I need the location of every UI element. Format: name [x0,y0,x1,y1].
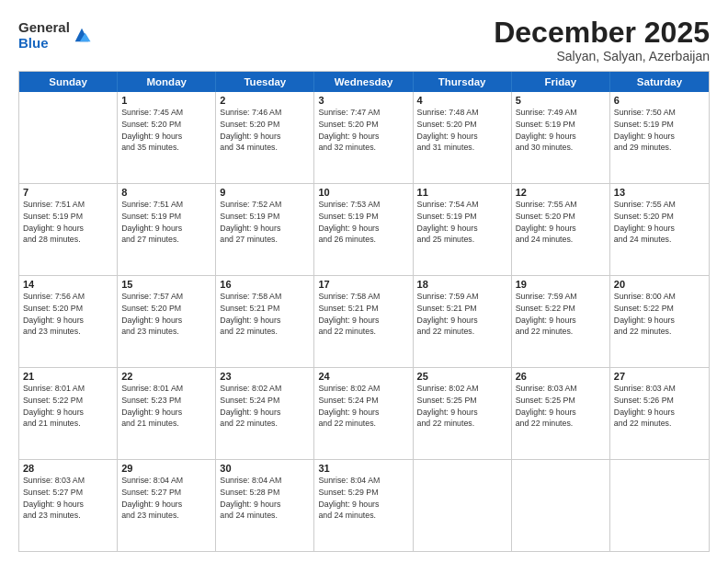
day-number: 8 [121,187,211,198]
day-number: 15 [121,279,211,290]
calendar-cell: 13Sunrise: 7:55 AM Sunset: 5:20 PM Dayli… [610,184,709,275]
weekday-header: Saturday [610,72,709,92]
calendar-row: 28Sunrise: 8:03 AM Sunset: 5:27 PM Dayli… [19,459,709,551]
calendar-cell: 30Sunrise: 8:04 AM Sunset: 5:28 PM Dayli… [216,460,314,551]
month-title: December 2025 [494,17,710,49]
day-info: Sunrise: 7:54 AM Sunset: 5:19 PM Dayligh… [417,199,507,246]
day-number: 17 [318,279,408,290]
day-number: 22 [121,371,211,382]
calendar-cell: 24Sunrise: 8:02 AM Sunset: 5:24 PM Dayli… [314,368,413,459]
day-info: Sunrise: 7:47 AM Sunset: 5:20 PM Dayligh… [318,107,408,154]
day-number: 10 [318,187,408,198]
logo: General Blue [18,20,92,51]
day-number: 24 [318,371,408,382]
calendar-row: 1Sunrise: 7:45 AM Sunset: 5:20 PM Daylig… [19,92,709,183]
day-number: 7 [23,187,113,198]
calendar-cell: 23Sunrise: 8:02 AM Sunset: 5:24 PM Dayli… [216,368,314,459]
calendar-cell [19,92,118,183]
calendar-cell: 2Sunrise: 7:46 AM Sunset: 5:20 PM Daylig… [216,92,314,183]
day-number: 2 [220,95,310,106]
calendar: SundayMondayTuesdayWednesdayThursdayFrid… [18,71,710,552]
day-info: Sunrise: 7:55 AM Sunset: 5:20 PM Dayligh… [614,199,705,246]
calendar-cell: 31Sunrise: 8:04 AM Sunset: 5:29 PM Dayli… [314,460,413,551]
calendar-cell [512,460,610,551]
calendar-header: SundayMondayTuesdayWednesdayThursdayFrid… [19,72,709,92]
calendar-cell: 12Sunrise: 7:55 AM Sunset: 5:20 PM Dayli… [512,184,610,275]
day-number: 1 [121,95,211,106]
day-number: 27 [614,371,705,382]
day-number: 23 [220,371,310,382]
day-info: Sunrise: 7:53 AM Sunset: 5:19 PM Dayligh… [318,199,408,246]
subtitle: Salyan, Salyan, Azerbaijan [494,49,710,63]
day-info: Sunrise: 7:45 AM Sunset: 5:20 PM Dayligh… [121,107,211,154]
calendar-cell: 6Sunrise: 7:50 AM Sunset: 5:19 PM Daylig… [610,92,709,183]
day-number: 20 [614,279,705,290]
day-info: Sunrise: 7:51 AM Sunset: 5:19 PM Dayligh… [23,199,113,246]
day-info: Sunrise: 8:01 AM Sunset: 5:22 PM Dayligh… [23,383,113,430]
calendar-cell: 27Sunrise: 8:03 AM Sunset: 5:26 PM Dayli… [610,368,709,459]
header: General Blue December 2025 Salyan, Salya… [18,17,710,63]
calendar-cell: 1Sunrise: 7:45 AM Sunset: 5:20 PM Daylig… [118,92,216,183]
day-info: Sunrise: 7:59 AM Sunset: 5:22 PM Dayligh… [516,291,606,338]
weekday-header: Wednesday [314,72,413,92]
calendar-cell: 16Sunrise: 7:58 AM Sunset: 5:21 PM Dayli… [216,276,314,367]
calendar-cell: 18Sunrise: 7:59 AM Sunset: 5:21 PM Dayli… [414,276,512,367]
day-info: Sunrise: 7:46 AM Sunset: 5:20 PM Dayligh… [220,107,310,154]
calendar-cell: 4Sunrise: 7:48 AM Sunset: 5:20 PM Daylig… [414,92,512,183]
title-block: December 2025 Salyan, Salyan, Azerbaijan [494,17,710,63]
day-number: 21 [23,371,113,382]
day-number: 25 [417,371,507,382]
calendar-cell: 11Sunrise: 7:54 AM Sunset: 5:19 PM Dayli… [414,184,512,275]
weekday-header: Tuesday [216,72,314,92]
day-info: Sunrise: 8:04 AM Sunset: 5:28 PM Dayligh… [220,475,310,522]
day-info: Sunrise: 7:57 AM Sunset: 5:20 PM Dayligh… [121,291,211,338]
logo-icon [72,25,92,45]
day-number: 3 [318,95,408,106]
calendar-cell: 26Sunrise: 8:03 AM Sunset: 5:25 PM Dayli… [512,368,610,459]
day-number: 19 [516,279,606,290]
day-info: Sunrise: 8:02 AM Sunset: 5:24 PM Dayligh… [318,383,408,430]
day-number: 11 [417,187,507,198]
day-info: Sunrise: 7:55 AM Sunset: 5:20 PM Dayligh… [516,199,606,246]
calendar-row: 14Sunrise: 7:56 AM Sunset: 5:20 PM Dayli… [19,275,709,367]
day-info: Sunrise: 7:58 AM Sunset: 5:21 PM Dayligh… [318,291,408,338]
day-info: Sunrise: 8:01 AM Sunset: 5:23 PM Dayligh… [121,383,211,430]
calendar-row: 21Sunrise: 8:01 AM Sunset: 5:22 PM Dayli… [19,367,709,459]
calendar-cell: 20Sunrise: 8:00 AM Sunset: 5:22 PM Dayli… [610,276,709,367]
calendar-row: 7Sunrise: 7:51 AM Sunset: 5:19 PM Daylig… [19,183,709,275]
day-number: 18 [417,279,507,290]
day-info: Sunrise: 8:03 AM Sunset: 5:25 PM Dayligh… [516,383,606,430]
weekday-header: Friday [512,72,610,92]
day-info: Sunrise: 8:04 AM Sunset: 5:27 PM Dayligh… [121,475,211,522]
day-info: Sunrise: 7:59 AM Sunset: 5:21 PM Dayligh… [417,291,507,338]
calendar-cell [414,460,512,551]
day-number: 5 [516,95,606,106]
calendar-cell: 5Sunrise: 7:49 AM Sunset: 5:19 PM Daylig… [512,92,610,183]
calendar-cell: 29Sunrise: 8:04 AM Sunset: 5:27 PM Dayli… [118,460,216,551]
calendar-cell: 8Sunrise: 7:51 AM Sunset: 5:19 PM Daylig… [118,184,216,275]
day-number: 13 [614,187,705,198]
day-info: Sunrise: 8:04 AM Sunset: 5:29 PM Dayligh… [318,475,408,522]
weekday-header: Sunday [19,72,118,92]
day-info: Sunrise: 7:52 AM Sunset: 5:19 PM Dayligh… [220,199,310,246]
day-info: Sunrise: 8:03 AM Sunset: 5:26 PM Dayligh… [614,383,705,430]
day-number: 4 [417,95,507,106]
day-number: 28 [23,463,113,474]
day-info: Sunrise: 8:00 AM Sunset: 5:22 PM Dayligh… [614,291,705,338]
day-info: Sunrise: 7:50 AM Sunset: 5:19 PM Dayligh… [614,107,705,154]
day-info: Sunrise: 7:49 AM Sunset: 5:19 PM Dayligh… [516,107,606,154]
calendar-cell: 15Sunrise: 7:57 AM Sunset: 5:20 PM Dayli… [118,276,216,367]
page: General Blue December 2025 Salyan, Salya… [0,0,728,563]
calendar-body: 1Sunrise: 7:45 AM Sunset: 5:20 PM Daylig… [19,92,709,551]
weekday-header: Monday [118,72,216,92]
calendar-cell: 10Sunrise: 7:53 AM Sunset: 5:19 PM Dayli… [314,184,413,275]
day-info: Sunrise: 7:58 AM Sunset: 5:21 PM Dayligh… [220,291,310,338]
day-number: 12 [516,187,606,198]
calendar-cell: 25Sunrise: 8:02 AM Sunset: 5:25 PM Dayli… [414,368,512,459]
day-info: Sunrise: 7:51 AM Sunset: 5:19 PM Dayligh… [121,199,211,246]
logo-blue: Blue [18,36,70,52]
calendar-cell: 19Sunrise: 7:59 AM Sunset: 5:22 PM Dayli… [512,276,610,367]
day-info: Sunrise: 8:02 AM Sunset: 5:24 PM Dayligh… [220,383,310,430]
day-number: 30 [220,463,310,474]
weekday-header: Thursday [414,72,512,92]
